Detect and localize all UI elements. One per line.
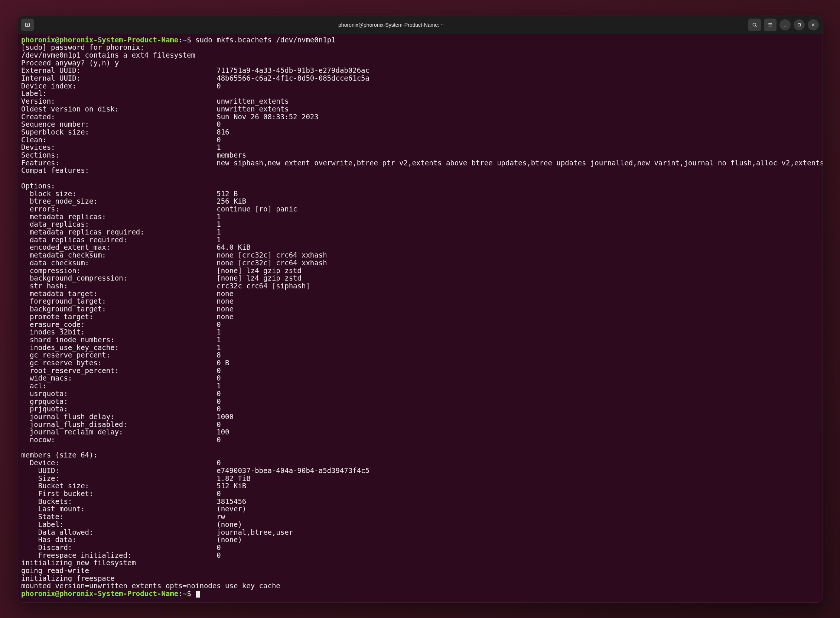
- close-button[interactable]: [808, 19, 819, 30]
- titlebar: phoronix@phoronix-System-Product-Name: ~: [18, 16, 822, 34]
- terminal-output: phoronix@phoronix-System-Product-Name:~$…: [21, 36, 822, 600]
- search-button[interactable]: [748, 19, 761, 31]
- new-tab-button[interactable]: [21, 19, 34, 31]
- window-title: phoronix@phoronix-System-Product-Name: ~: [34, 22, 748, 28]
- svg-line-4: [756, 26, 756, 27]
- terminal-body[interactable]: phoronix@phoronix-System-Product-Name:~$…: [18, 34, 822, 602]
- menu-button[interactable]: [764, 19, 776, 31]
- close-icon: [810, 22, 816, 28]
- maximize-icon: [796, 22, 802, 28]
- minimize-icon: [782, 22, 788, 28]
- search-icon: [752, 22, 757, 28]
- maximize-button[interactable]: [794, 19, 805, 30]
- new-tab-icon: [25, 22, 30, 28]
- minimize-button[interactable]: [779, 19, 791, 30]
- terminal-window: phoronix@phoronix-System-Product-Name: ~…: [17, 16, 823, 603]
- svg-point-3: [753, 23, 756, 26]
- hamburger-icon: [767, 22, 773, 28]
- svg-rect-9: [798, 24, 801, 26]
- cursor: [196, 591, 200, 597]
